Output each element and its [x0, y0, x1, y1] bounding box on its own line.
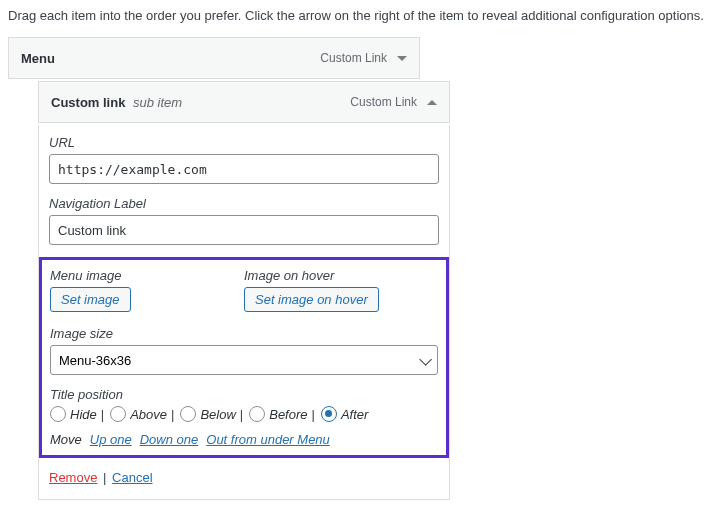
- move-down-link[interactable]: Down one: [140, 432, 199, 447]
- radio-before-label: Before: [269, 407, 307, 422]
- move-out-link[interactable]: Out from under Menu: [206, 432, 330, 447]
- set-image-button[interactable]: Set image: [50, 287, 131, 312]
- title-position-radios: Hide | Above | Below | Before | After: [50, 406, 438, 422]
- title-position-label: Title position: [50, 387, 438, 402]
- image-size-select[interactable]: Menu-36x36: [50, 345, 438, 375]
- radio-after-label: After: [341, 407, 368, 422]
- nav-label-input[interactable]: [49, 215, 439, 245]
- separator: |: [101, 407, 104, 422]
- separator: |: [312, 407, 315, 422]
- hover-image-label: Image on hover: [244, 268, 438, 283]
- menu-item-subtag: sub item: [133, 95, 182, 110]
- radio-hide-label: Hide: [70, 407, 97, 422]
- menu-item-type: Custom Link: [350, 95, 417, 109]
- menu-item-settings-panel: URL Navigation Label Menu image Set imag…: [38, 125, 450, 500]
- radio-below[interactable]: [180, 406, 196, 422]
- image-size-label: Image size: [50, 326, 438, 341]
- cancel-link[interactable]: Cancel: [112, 470, 152, 485]
- menu-item-title: Custom link: [51, 95, 125, 110]
- radio-hide[interactable]: [50, 406, 66, 422]
- url-input[interactable]: [49, 154, 439, 184]
- nav-label: Navigation Label: [49, 196, 439, 211]
- item-actions: Remove | Cancel: [49, 470, 439, 485]
- remove-link[interactable]: Remove: [49, 470, 97, 485]
- menu-item-type: Custom Link: [320, 51, 387, 65]
- menu-item-menu[interactable]: Menu Custom Link: [8, 37, 420, 79]
- set-hover-image-button[interactable]: Set image on hover: [244, 287, 379, 312]
- radio-above-label: Above: [130, 407, 167, 422]
- move-label: Move: [50, 432, 82, 447]
- radio-after[interactable]: [321, 406, 337, 422]
- radio-below-label: Below: [200, 407, 235, 422]
- separator: |: [240, 407, 243, 422]
- chevron-down-icon[interactable]: [397, 56, 407, 61]
- menu-image-label: Menu image: [50, 268, 244, 283]
- menu-item-title: Menu: [21, 51, 55, 66]
- chevron-up-icon[interactable]: [427, 100, 437, 105]
- url-label: URL: [49, 135, 439, 150]
- move-up-link[interactable]: Up one: [90, 432, 132, 447]
- radio-above[interactable]: [110, 406, 126, 422]
- intro-text: Drag each item into the order you prefer…: [8, 8, 706, 23]
- move-row: Move Up one Down one Out from under Menu: [50, 432, 438, 447]
- separator: |: [103, 470, 106, 485]
- radio-before[interactable]: [249, 406, 265, 422]
- menu-image-settings: Menu image Set image Image on hover Set …: [39, 257, 449, 458]
- separator: |: [171, 407, 174, 422]
- menu-item-custom-link[interactable]: Custom link sub item Custom Link: [38, 81, 450, 123]
